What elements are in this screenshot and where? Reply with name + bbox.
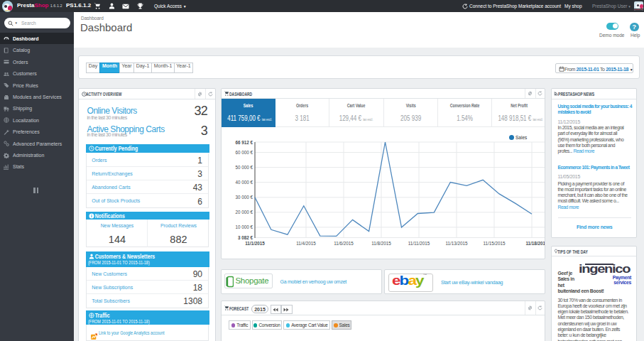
svg-text:11/1/2015: 11/1/2015 (245, 241, 265, 246)
svg-text:11/6/2015: 11/6/2015 (334, 241, 354, 246)
svg-text:66 912 €: 66 912 € (235, 140, 253, 145)
svg-text:11/13/2015: 11/13/2015 (445, 241, 468, 246)
svg-text:11/4/2015: 11/4/2015 (296, 241, 316, 246)
svg-text:60 000 €: 60 000 € (235, 150, 253, 155)
svg-text:11/15/2015: 11/15/2015 (483, 241, 506, 246)
svg-text:10 000 €: 10 000 € (235, 224, 253, 229)
svg-text:11/18/2015: 11/18/2015 (525, 241, 545, 246)
svg-text:20 000 €: 20 000 € (235, 210, 253, 215)
svg-text:40 000 €: 40 000 € (235, 180, 253, 185)
svg-text:3 082 €: 3 082 € (238, 235, 253, 240)
svg-text:11/11/2015: 11/11/2015 (408, 241, 430, 246)
svg-text:50 000 €: 50 000 € (235, 165, 253, 170)
svg-text:11/8/2015: 11/8/2015 (371, 241, 391, 246)
svg-text:30 000 €: 30 000 € (235, 195, 253, 200)
svg-text:Sales: Sales (515, 135, 528, 140)
